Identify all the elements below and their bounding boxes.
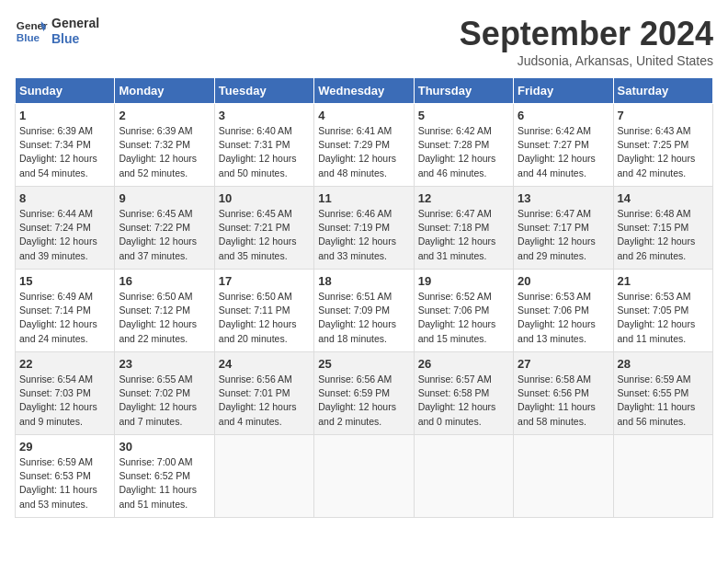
table-row: 26Sunrise: 6:57 AMSunset: 6:58 PMDayligh… (414, 352, 513, 435)
calendar-week-row: 29Sunrise: 6:59 AMSunset: 6:53 PMDayligh… (16, 435, 713, 518)
logo-text-line2: Blue (51, 31, 99, 47)
day-info: Sunrise: 6:50 AMSunset: 7:12 PMDaylight:… (119, 290, 210, 346)
day-info: Sunrise: 6:39 AMSunset: 7:34 PMDaylight:… (19, 124, 110, 180)
day-number: 29 (19, 440, 110, 454)
table-row: 28Sunrise: 6:59 AMSunset: 6:55 PMDayligh… (613, 352, 712, 435)
day-number: 8 (19, 191, 110, 205)
day-info: Sunrise: 6:47 AMSunset: 7:18 PMDaylight:… (418, 207, 509, 263)
day-info: Sunrise: 6:42 AMSunset: 7:28 PMDaylight:… (418, 124, 509, 180)
day-number: 14 (618, 191, 709, 205)
calendar-week-row: 8Sunrise: 6:44 AMSunset: 7:24 PMDaylight… (16, 187, 713, 270)
col-saturday: Saturday (613, 78, 712, 104)
logo: General Blue General Blue (15, 15, 99, 48)
calendar-header-row: Sunday Monday Tuesday Wednesday Thursday… (16, 78, 713, 104)
table-row: 17Sunrise: 6:50 AMSunset: 7:11 PMDayligh… (214, 270, 313, 352)
table-row: 19Sunrise: 6:52 AMSunset: 7:06 PMDayligh… (414, 270, 513, 352)
day-info: Sunrise: 6:42 AMSunset: 7:27 PMDaylight:… (518, 124, 609, 180)
table-row: 29Sunrise: 6:59 AMSunset: 6:53 PMDayligh… (16, 435, 115, 518)
logo-icon: General Blue (15, 15, 48, 48)
table-row (414, 435, 513, 518)
day-info: Sunrise: 6:59 AMSunset: 6:55 PMDaylight:… (618, 373, 709, 429)
table-row: 8Sunrise: 6:44 AMSunset: 7:24 PMDaylight… (16, 187, 115, 270)
table-row: 5Sunrise: 6:42 AMSunset: 7:28 PMDaylight… (414, 104, 513, 187)
table-row: 23Sunrise: 6:55 AMSunset: 7:02 PMDayligh… (115, 352, 214, 435)
day-number: 7 (618, 109, 709, 122)
day-info: Sunrise: 6:59 AMSunset: 6:53 PMDaylight:… (19, 455, 110, 511)
day-number: 26 (418, 357, 509, 371)
day-number: 5 (418, 109, 509, 122)
day-number: 11 (318, 191, 409, 205)
table-row: 25Sunrise: 6:56 AMSunset: 6:59 PMDayligh… (314, 352, 414, 435)
day-info: Sunrise: 6:43 AMSunset: 7:25 PMDaylight:… (618, 124, 709, 180)
day-info: Sunrise: 6:45 AMSunset: 7:22 PMDaylight:… (119, 207, 210, 263)
day-number: 13 (518, 191, 609, 205)
col-thursday: Thursday (414, 78, 513, 104)
day-number: 3 (219, 109, 310, 122)
logo-text-line1: General (51, 16, 99, 31)
day-info: Sunrise: 6:41 AMSunset: 7:29 PMDaylight:… (318, 124, 409, 180)
day-info: Sunrise: 6:53 AMSunset: 7:05 PMDaylight:… (618, 290, 709, 346)
day-number: 15 (19, 274, 110, 288)
day-info: Sunrise: 6:53 AMSunset: 7:06 PMDaylight:… (518, 290, 609, 346)
calendar-table: Sunday Monday Tuesday Wednesday Thursday… (15, 77, 713, 518)
calendar-week-row: 15Sunrise: 6:49 AMSunset: 7:14 PMDayligh… (16, 270, 713, 352)
day-info: Sunrise: 6:56 AMSunset: 7:01 PMDaylight:… (219, 373, 310, 429)
day-info: Sunrise: 7:00 AMSunset: 6:52 PMDaylight:… (119, 455, 210, 511)
table-row: 6Sunrise: 6:42 AMSunset: 7:27 PMDaylight… (514, 104, 613, 187)
table-row: 15Sunrise: 6:49 AMSunset: 7:14 PMDayligh… (16, 270, 115, 352)
month-title: September 2024 (460, 15, 713, 53)
day-info: Sunrise: 6:48 AMSunset: 7:15 PMDaylight:… (618, 207, 709, 263)
day-number: 16 (119, 274, 210, 288)
day-number: 4 (318, 109, 409, 122)
day-info: Sunrise: 6:47 AMSunset: 7:17 PMDaylight:… (518, 207, 609, 263)
day-info: Sunrise: 6:54 AMSunset: 7:03 PMDaylight:… (19, 373, 110, 429)
day-info: Sunrise: 6:44 AMSunset: 7:24 PMDaylight:… (19, 207, 110, 263)
col-tuesday: Tuesday (214, 78, 313, 104)
day-number: 18 (318, 274, 409, 288)
table-row: 9Sunrise: 6:45 AMSunset: 7:22 PMDaylight… (115, 187, 214, 270)
day-number: 12 (418, 191, 509, 205)
table-row: 4Sunrise: 6:41 AMSunset: 7:29 PMDaylight… (314, 104, 414, 187)
day-info: Sunrise: 6:58 AMSunset: 6:56 PMDaylight:… (518, 373, 609, 429)
table-row: 14Sunrise: 6:48 AMSunset: 7:15 PMDayligh… (613, 187, 712, 270)
day-number: 2 (119, 109, 210, 122)
table-row: 20Sunrise: 6:53 AMSunset: 7:06 PMDayligh… (514, 270, 613, 352)
table-row: 22Sunrise: 6:54 AMSunset: 7:03 PMDayligh… (16, 352, 115, 435)
title-area: September 2024 Judsonia, Arkansas, Unite… (460, 15, 713, 68)
day-number: 27 (518, 357, 609, 371)
day-number: 10 (219, 191, 310, 205)
table-row: 24Sunrise: 6:56 AMSunset: 7:01 PMDayligh… (214, 352, 313, 435)
day-number: 22 (19, 357, 110, 371)
day-number: 25 (318, 357, 409, 371)
day-info: Sunrise: 6:57 AMSunset: 6:58 PMDaylight:… (418, 373, 509, 429)
table-row: 13Sunrise: 6:47 AMSunset: 7:17 PMDayligh… (514, 187, 613, 270)
day-number: 19 (418, 274, 509, 288)
table-row: 30Sunrise: 7:00 AMSunset: 6:52 PMDayligh… (115, 435, 214, 518)
day-number: 28 (618, 357, 709, 371)
table-row: 1Sunrise: 6:39 AMSunset: 7:34 PMDaylight… (16, 104, 115, 187)
day-info: Sunrise: 6:51 AMSunset: 7:09 PMDaylight:… (318, 290, 409, 346)
table-row: 10Sunrise: 6:45 AMSunset: 7:21 PMDayligh… (214, 187, 313, 270)
day-info: Sunrise: 6:39 AMSunset: 7:32 PMDaylight:… (119, 124, 210, 180)
calendar-week-row: 22Sunrise: 6:54 AMSunset: 7:03 PMDayligh… (16, 352, 713, 435)
table-row: 7Sunrise: 6:43 AMSunset: 7:25 PMDaylight… (613, 104, 712, 187)
table-row: 3Sunrise: 6:40 AMSunset: 7:31 PMDaylight… (214, 104, 313, 187)
day-info: Sunrise: 6:40 AMSunset: 7:31 PMDaylight:… (219, 124, 310, 180)
table-row: 27Sunrise: 6:58 AMSunset: 6:56 PMDayligh… (514, 352, 613, 435)
table-row (613, 435, 712, 518)
day-number: 6 (518, 109, 609, 122)
col-friday: Friday (514, 78, 613, 104)
day-info: Sunrise: 6:56 AMSunset: 6:59 PMDaylight:… (318, 373, 409, 429)
day-number: 9 (119, 191, 210, 205)
table-row (214, 435, 313, 518)
day-number: 1 (19, 109, 110, 122)
table-row: 11Sunrise: 6:46 AMSunset: 7:19 PMDayligh… (314, 187, 414, 270)
svg-text:Blue: Blue (17, 31, 40, 43)
day-number: 20 (518, 274, 609, 288)
table-row: 2Sunrise: 6:39 AMSunset: 7:32 PMDaylight… (115, 104, 214, 187)
table-row: 18Sunrise: 6:51 AMSunset: 7:09 PMDayligh… (314, 270, 414, 352)
location: Judsonia, Arkansas, United States (460, 53, 713, 68)
table-row: 12Sunrise: 6:47 AMSunset: 7:18 PMDayligh… (414, 187, 513, 270)
day-info: Sunrise: 6:49 AMSunset: 7:14 PMDaylight:… (19, 290, 110, 346)
day-number: 23 (119, 357, 210, 371)
